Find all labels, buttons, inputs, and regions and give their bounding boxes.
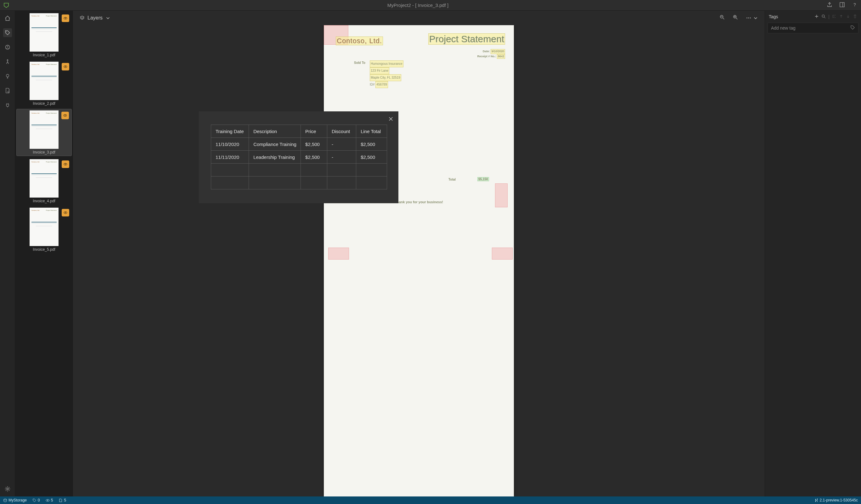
connection-icon[interactable] [3,101,12,110]
thumbnail-invoice-4[interactable]: Contoso, Ltd.Project Statement Invoice_4… [16,158,72,205]
table-row: 11/11/2020 Leadership Training $2,500 - … [211,151,387,164]
visibility-toggle-icon[interactable] [62,14,69,22]
thumbnail-invoice-3[interactable]: Contoso, Ltd.Project Statement Invoice_3… [16,109,72,156]
svg-text:?: ? [853,2,856,7]
cell: $2,500 [356,138,387,151]
cell [249,164,301,177]
svg-point-6 [6,74,9,77]
table-row [211,164,387,177]
canvas-area[interactable]: Contoso, Ltd. Project Statement Date: 9/… [73,25,765,496]
add-tag-icon[interactable] [815,14,819,19]
cell [301,177,327,190]
document-settings-icon[interactable] [3,86,12,95]
tags-panel: Tags | Add new tag [765,11,861,496]
svg-point-32 [4,499,6,500]
table-preview-popup: Training Date Description Price Discount… [199,111,398,203]
document-page: Contoso, Ltd. Project Statement Date: 9/… [324,25,514,496]
svg-rect-0 [840,2,844,7]
window-title: MyProject2 - [ Invoice_3.pdf ] [10,2,826,8]
zoom-in-icon[interactable] [733,14,738,22]
settings-gear-icon[interactable] [3,485,12,493]
share-icon[interactable] [826,2,833,9]
sold-to-label: Sold To [354,61,365,65]
thumbnail-label: Invoice_1.pdf [18,53,70,57]
tags-header: Tags | [765,11,861,23]
doc-count[interactable]: 5 [58,498,66,502]
more-options-icon[interactable] [746,15,758,21]
table-row: 11/10/2020 Compliance Training $2,500 - … [211,138,387,151]
thumbnail-invoice-1[interactable]: Contoso, Ltd.Project Statement Invoice_1… [16,12,72,58]
svg-point-14 [65,115,66,116]
rename-tag-icon[interactable] [832,14,836,19]
svg-rect-31 [833,15,834,18]
cell: 11/10/2020 [211,138,249,151]
move-up-icon[interactable] [839,14,843,19]
thumbnail-label: Invoice_2.pdf [18,101,70,106]
home-icon[interactable] [3,14,12,23]
panel-toggle-icon[interactable] [839,2,845,9]
svg-point-35 [815,499,816,500]
model-icon[interactable] [3,43,12,52]
search-tag-icon[interactable] [821,14,826,19]
storage-name: MyStorage [9,498,27,502]
version-info[interactable]: 2.1-preview.1-530545c [815,498,858,502]
document-meta: Date: 9/10/2020 Receipt # No.: 8642 [477,49,505,59]
cell: $2,500 [301,138,327,151]
thumbnail-label: Invoice_4.pdf [18,199,70,203]
viewer-toolbar: Layers [73,11,765,25]
cell [356,177,387,190]
svg-line-20 [723,18,724,19]
svg-line-30 [824,17,825,18]
visibility-toggle-icon[interactable] [62,63,69,70]
cell [327,177,356,190]
visibility-toggle-icon[interactable] [62,209,69,216]
region-annotation[interactable] [492,248,512,260]
visited-count[interactable]: 5 [46,498,53,502]
thumbnail-invoice-2[interactable]: Contoso, Ltd.Project Statement Invoice_2… [16,60,72,107]
thumbnail-panel: Contoso, Ltd.Project Statement Invoice_1… [15,11,73,496]
svg-line-23 [736,18,738,19]
receipt-value: 8642 [497,54,505,59]
merge-icon[interactable] [3,57,12,66]
lightbulb-icon[interactable] [3,72,12,81]
chevron-down-icon [753,15,758,21]
visited-count-value: 5 [51,498,53,502]
svg-point-18 [65,212,66,213]
document-viewer: Layers Co [73,11,765,496]
visibility-toggle-icon[interactable] [62,160,69,168]
layers-dropdown[interactable]: Layers [79,15,111,21]
thumbnail-invoice-5[interactable]: Contoso, Ltd.Project Statement Invoice_5… [16,206,72,253]
extracted-table: Training Date Description Price Discount… [211,125,387,190]
svg-point-7 [8,91,9,93]
tag-icon[interactable] [3,28,12,37]
delete-tag-icon[interactable] [853,14,857,19]
tag-shape-icon [850,25,855,31]
tag-count[interactable]: 0 [32,498,40,502]
svg-point-5 [7,46,8,47]
svg-point-36 [815,501,816,502]
customer-name: Humongous Insurance [370,60,404,67]
cell: - [327,138,356,151]
total-value: $5,150 [477,177,489,181]
storage-indicator[interactable]: MyStorage [3,498,27,502]
visibility-toggle-icon[interactable] [62,112,69,119]
customer-addr1: 123 Fir Lane [370,67,389,74]
thumbnail-label: Invoice_3.pdf [18,150,70,154]
table-header-row: Training Date Description Price Discount… [211,125,387,138]
move-down-icon[interactable] [846,14,850,19]
divider: | [828,14,830,19]
add-tag-input[interactable]: Add new tag [767,23,859,33]
thumbnail-preview: Contoso, Ltd.Project Statement [30,13,58,52]
region-annotation[interactable] [328,248,349,260]
thumbnail-preview: Contoso, Ltd.Project Statement [30,62,58,100]
cell: $2,500 [356,151,387,164]
zoom-out-icon[interactable] [720,14,725,22]
app-logo-icon [3,2,10,9]
customer-id-value: 456789 [375,81,388,88]
svg-point-8 [6,488,9,490]
svg-point-4 [5,45,10,49]
tags-heading: Tags [769,14,778,19]
help-icon[interactable]: ? [851,2,858,9]
version-text: 2.1-preview.1-530545c [820,498,858,502]
close-icon[interactable] [388,116,394,122]
